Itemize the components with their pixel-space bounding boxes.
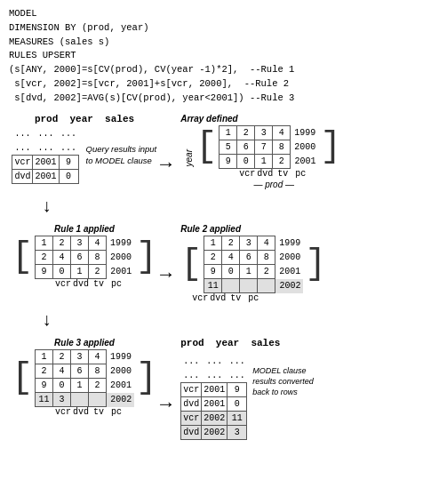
result-label: MODEL clause results converted back to r… — [252, 366, 323, 397]
code-line2: DIMENSION BY (prod, year) — [9, 22, 149, 33]
section2-right-col-labels: vcr dvd tv pc — [191, 293, 262, 303]
section3-result-table: ......... ......... vcr20019 dvd20010 vc… — [180, 354, 247, 440]
array-tables: 12341999 56782000 90122001 — [219, 125, 318, 169]
section2-col-labels: vcr dvd tv pc — [54, 279, 125, 289]
section1-right-label: Array defined — [180, 114, 237, 124]
section3-right: prod year sales ......... ......... vcr2… — [180, 338, 438, 440]
prod-label: — prod — — [206, 180, 341, 189]
array-wrapper: [ 12341999 56782000 90122001 ] vcr dvd — [196, 125, 341, 189]
code-line7: s[dvd, 2002]=AVG(s)[CV(prod), year<2001]… — [9, 92, 294, 103]
main-layout: prod year sales ......... ......... vcr2… — [9, 114, 438, 440]
section3-array-inner: [ 12341999 24682000 90122001 1132002 ] — [12, 349, 157, 407]
code-line1: MODEL — [9, 8, 37, 19]
section2-right-array-inner: [ 12341999 24682000 90122001 112002 ] — [180, 236, 326, 293]
array-inner: [ 12341999 56782000 90122001 ] — [196, 125, 341, 169]
section1-header: prod year sales — [35, 114, 134, 124]
section1-left: prod year sales ......... ......... vcr2… — [9, 114, 160, 189]
section3-right-header: prod year sales — [180, 338, 280, 348]
query-label: Query results input to MODEL clause — [86, 144, 157, 166]
section1-right: Array defined year [ 12341999 56782000 9… — [180, 114, 438, 189]
section2-right-label: Rule 2 applied — [180, 224, 241, 234]
section2-array-table: 12341999 24682000 90122001 — [35, 236, 134, 279]
code-line4: RULES UPSERT — [9, 50, 76, 60]
section2-array-inner: [ 12341999 24682000 90122001 ] — [12, 236, 157, 279]
col-labels-prod: vcr dvd tv pc — [206, 169, 341, 179]
section1-array-section: year [ 12341999 56782000 90122001 ] — [184, 125, 341, 189]
arrow-row-2: ↓ — [9, 310, 438, 331]
code-line5: (s[ANY, 2000]=s[CV(prod), CV(year -1)*2]… — [9, 64, 294, 75]
section2-left: Rule 1 applied [ 12341999 24682000 90122… — [9, 224, 160, 303]
section3-left-label: Rule 3 applied — [54, 338, 115, 348]
code-line6: s[vcr, 2002]=s[vcr, 2001]+s[vcr, 2000], … — [9, 78, 289, 89]
section2-right: Rule 2 applied [ 12341999 24682000 90122… — [180, 224, 438, 303]
section3-arrow: → — [160, 369, 172, 440]
section2-arrow: → — [160, 246, 172, 303]
section3-result-wrapper: ......... ......... vcr20019 dvd20010 vc… — [180, 350, 323, 440]
section1-arrow: → — [160, 140, 172, 189]
section3: Rule 3 applied [ 12341999 24682000 90122… — [9, 338, 438, 440]
code-line3: MEASURES (sales s) — [9, 36, 109, 47]
section3-array-table: 12341999 24682000 90122001 1132002 — [35, 349, 134, 407]
section3-left: Rule 3 applied [ 12341999 24682000 90122… — [9, 338, 160, 440]
section3-col-labels: vcr dvd tv pc — [54, 407, 125, 417]
section2-right-array-table: 12341999 24682000 90122001 112002 — [204, 236, 303, 293]
section2-left-label: Rule 1 applied — [54, 224, 115, 234]
arrow-row-1: ↓ — [9, 196, 438, 217]
code-block: MODEL DIMENSION BY (prod, year) MEASURES… — [9, 7, 438, 105]
section1-table: ......... ......... vcr20019 dvd20010 — [12, 126, 78, 184]
section2: Rule 1 applied [ 12341999 24682000 90122… — [9, 224, 438, 303]
section1-array-table: 12341999 56782000 90122001 — [219, 125, 318, 169]
year-label: year — [184, 149, 194, 166]
section1: prod year sales ......... ......... vcr2… — [9, 114, 438, 189]
section1-query: ......... ......... vcr20019 dvd20010 Qu… — [12, 126, 156, 184]
